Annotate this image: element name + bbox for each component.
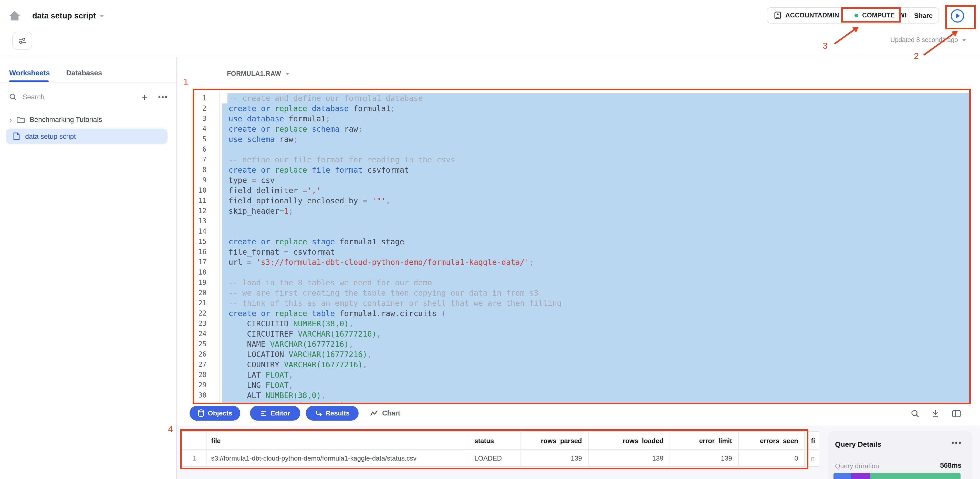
new-worksheet-button[interactable]: + bbox=[142, 92, 147, 102]
warehouse-label: COMPUTE_WH bbox=[862, 12, 910, 19]
chevron-down-icon bbox=[285, 73, 289, 75]
query-duration-value: 568ms bbox=[940, 461, 962, 469]
tab-databases[interactable]: Databases bbox=[66, 68, 102, 77]
code-line: NAME VARCHAR(16777216), bbox=[222, 339, 969, 349]
play-icon bbox=[956, 13, 960, 18]
sql-editor[interactable]: 1234567891011121314151617181920212223242… bbox=[195, 91, 969, 403]
line-number: 28 bbox=[195, 370, 207, 380]
worksheet-title[interactable]: data setup script bbox=[32, 11, 104, 21]
sidebar-divider bbox=[0, 82, 176, 83]
table-cell: s3://formula1-dbt-cloud-python-demo/form… bbox=[207, 450, 468, 466]
search-icon bbox=[911, 409, 919, 418]
more-options-button[interactable]: ••• bbox=[158, 93, 168, 101]
updated-timestamp[interactable]: Updated 8 seconds ago bbox=[890, 37, 966, 43]
column-header[interactable]: rows_loaded bbox=[589, 432, 670, 450]
code-line: create or replace file format csvformat bbox=[222, 165, 969, 175]
filters-button[interactable] bbox=[12, 32, 32, 50]
column-header[interactable]: error_limit bbox=[670, 432, 739, 450]
line-number: 20 bbox=[195, 288, 207, 298]
code-line: create or replace database formula1; bbox=[222, 103, 969, 114]
column-header[interactable]: rows_parsed bbox=[521, 432, 589, 450]
line-number: 31 bbox=[195, 401, 207, 403]
code-line: file_format = csvformat bbox=[222, 247, 969, 257]
line-number: 4 bbox=[195, 124, 207, 134]
code-line: create or replace stage formula1_stage bbox=[222, 237, 969, 247]
home-button[interactable] bbox=[7, 8, 22, 23]
code-line: CIRCUITID NUMBER(38,0), bbox=[222, 319, 969, 329]
editor-toggle-button[interactable]: Editor bbox=[250, 406, 300, 420]
column-header[interactable]: fi bbox=[805, 432, 819, 450]
sidebar-search-row: + ••• bbox=[9, 90, 168, 103]
text-lines-icon bbox=[260, 410, 267, 417]
query-duration-bar bbox=[834, 473, 961, 479]
gutter-border bbox=[219, 91, 220, 403]
query-details-menu-button[interactable]: ••• bbox=[951, 439, 962, 447]
column-header[interactable]: status bbox=[468, 432, 521, 450]
table-row[interactable]: 1s3://formula1-dbt-cloud-python-demo/for… bbox=[182, 450, 819, 466]
objects-toggle-button[interactable]: Objects bbox=[189, 406, 240, 420]
results-search-button[interactable] bbox=[909, 408, 921, 419]
table-cell: 1 bbox=[182, 450, 207, 466]
results-table-header-row: filestatusrows_parsedrows_loadederror_li… bbox=[182, 432, 819, 450]
line-number: 21 bbox=[195, 298, 207, 309]
duration-bar-segment bbox=[870, 473, 961, 479]
chevron-right-icon[interactable]: › bbox=[9, 116, 12, 123]
code-line: create or replace schema raw; bbox=[222, 124, 969, 134]
search-icon bbox=[9, 93, 17, 101]
line-number: 10 bbox=[195, 185, 207, 196]
return-arrow-icon bbox=[315, 410, 322, 417]
line-number: 15 bbox=[195, 237, 207, 247]
code-line: ALT NUMBER(38,0), bbox=[222, 390, 969, 401]
code-line: use database formula1; bbox=[222, 114, 969, 124]
duration-bar-segment bbox=[851, 473, 870, 479]
line-number: 27 bbox=[195, 360, 207, 370]
column-header[interactable] bbox=[182, 432, 207, 450]
code-line: -- create and define our formula1 databa… bbox=[222, 93, 969, 103]
line-number: 25 bbox=[195, 339, 207, 349]
annotation-label-3: 3 bbox=[823, 41, 827, 51]
results-toggle-button[interactable]: Results bbox=[306, 406, 359, 420]
code-area: -- create and define our formula1 databa… bbox=[222, 93, 969, 403]
sidebar-tabs: Worksheets Databases bbox=[9, 68, 102, 77]
column-header[interactable]: file bbox=[207, 432, 468, 450]
app-window: data setup script ACCOUNTADMIN COMPUTE_ bbox=[0, 0, 980, 479]
code-line: LNG FLOAT, bbox=[222, 380, 969, 390]
chevron-down-icon bbox=[962, 39, 966, 41]
download-results-button[interactable] bbox=[930, 408, 941, 419]
line-number: 2 bbox=[195, 103, 207, 114]
line-number: 26 bbox=[195, 349, 207, 360]
line-number: 5 bbox=[195, 134, 207, 145]
column-header[interactable]: errors_seen bbox=[739, 432, 805, 450]
table-cell: 139 bbox=[521, 450, 589, 466]
line-number: 19 bbox=[195, 278, 207, 288]
query-duration-label: Query duration bbox=[835, 462, 879, 470]
table-cell: 139 bbox=[589, 450, 670, 466]
sidebar-item-selected[interactable]: data setup script bbox=[6, 129, 167, 144]
code-line: URL VARCHAR(16777216), bbox=[222, 401, 969, 403]
share-button[interactable]: Share bbox=[908, 7, 939, 24]
chart-toggle-button[interactable]: Chart bbox=[370, 406, 400, 420]
code-line bbox=[222, 216, 969, 226]
code-line: COUNTRY VARCHAR(16777216), bbox=[222, 360, 969, 370]
sidebar-item-folder[interactable]: › Benchmarking Tutorials bbox=[0, 113, 176, 126]
search-input[interactable] bbox=[22, 92, 137, 101]
schema-context-tab[interactable]: FORMULA1.RAW bbox=[227, 70, 289, 77]
code-line: -- we are first creating the table then … bbox=[222, 288, 969, 298]
worksheet-file-icon bbox=[13, 132, 20, 140]
worksheet-title-text: data setup script bbox=[32, 11, 96, 20]
code-line: -- load in the 8 tables we need for our … bbox=[222, 278, 969, 288]
query-details-title: Query Details bbox=[835, 440, 881, 448]
context-selector[interactable]: ACCOUNTADMIN COMPUTE_WH bbox=[767, 7, 916, 24]
code-line: url = 's3://formula1-dbt-cloud-python-de… bbox=[222, 257, 969, 267]
split-view-button[interactable] bbox=[951, 408, 962, 419]
annotation-label-2: 2 bbox=[914, 51, 919, 62]
code-line: LAT FLOAT, bbox=[222, 370, 969, 380]
ellipsis-icon: ••• bbox=[158, 93, 168, 101]
line-number: 6 bbox=[195, 145, 207, 155]
tab-worksheets[interactable]: Worksheets bbox=[9, 68, 50, 77]
run-button[interactable] bbox=[951, 9, 964, 22]
table-cell: n bbox=[805, 450, 819, 466]
line-number: 14 bbox=[195, 226, 207, 237]
editor-label: Editor bbox=[270, 409, 290, 417]
folder-label: Benchmarking Tutorials bbox=[30, 116, 102, 123]
